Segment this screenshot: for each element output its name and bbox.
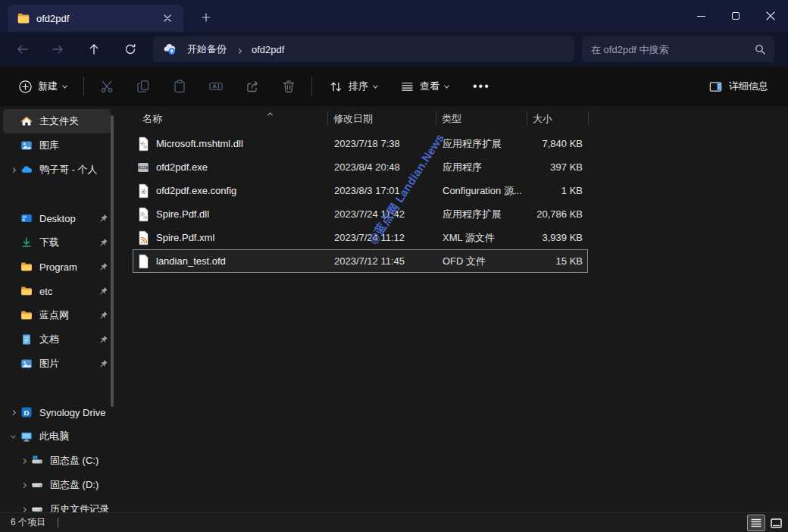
chevron-down-icon: [62, 83, 67, 88]
sort-button[interactable]: 排序: [323, 75, 383, 99]
more-options-button[interactable]: •••: [465, 80, 498, 93]
minimize-button[interactable]: [683, 0, 718, 32]
file-name: Spire.Pdf.dll: [156, 208, 209, 220]
sidebar-item-label: Synology Drive: [39, 407, 111, 418]
file-list-pane: 名称 修改日期 类型 大小 Microsoft.mshtml.dll2023/7…: [121, 106, 788, 512]
forward-button[interactable]: [45, 37, 70, 61]
sidebar-item[interactable]: 蓝点网: [3, 303, 111, 327]
sidebar-item[interactable]: 此电脑: [3, 424, 111, 449]
column-divider[interactable]: [436, 111, 436, 125]
search-input[interactable]: [591, 44, 755, 55]
share-button[interactable]: [245, 79, 260, 94]
window-body: 主文件夹图库鸭子哥 - 个人Desktop下载Programetc蓝点网文档图片…: [0, 106, 788, 512]
chevron-right-icon[interactable]: [17, 459, 30, 463]
copy-button[interactable]: [136, 79, 151, 94]
cut-button[interactable]: [99, 79, 114, 94]
chevron-right-icon[interactable]: [6, 168, 20, 172]
refresh-button[interactable]: [118, 37, 142, 61]
column-header-size[interactable]: 大小: [527, 112, 588, 126]
new-tab-button[interactable]: [195, 8, 217, 27]
sidebar-scrollbar[interactable]: [111, 115, 114, 407]
file-date: 2023/7/24 11:42: [328, 208, 436, 220]
paste-button[interactable]: [172, 79, 187, 94]
folder-icon: [20, 284, 33, 298]
sidebar-item[interactable]: 图片: [3, 352, 111, 376]
navigation-pane: 主文件夹图库鸭子哥 - 个人Desktop下载Programetc蓝点网文档图片…: [0, 106, 121, 512]
pin-icon: [98, 310, 109, 321]
sidebar-item[interactable]: 固态盘 (D:): [3, 473, 111, 497]
sidebar-item[interactable]: etc: [3, 279, 111, 303]
sidebar-item[interactable]: 主文件夹: [3, 109, 111, 133]
sidebar-item[interactable]: 固态盘 (C:): [3, 449, 111, 473]
chevron-right-icon[interactable]: [6, 411, 20, 415]
details-view-button[interactable]: [747, 515, 765, 531]
table-row[interactable]: Spire.Pdf.dll2023/7/24 11:42应用程序扩展20,786…: [133, 202, 588, 226]
pin-icon: [98, 286, 109, 296]
sidebar-item[interactable]: 图库: [3, 133, 111, 158]
breadcrumb-root[interactable]: 开始备份: [184, 42, 230, 56]
search-box[interactable]: [582, 36, 774, 62]
sidebar-item-label: 历史文件记录: [50, 502, 111, 512]
back-button[interactable]: [11, 37, 35, 61]
table-row[interactable]: landian_test.ofd2023/7/12 11:45OFD 文件15 …: [133, 249, 588, 273]
view-button[interactable]: 查看: [394, 75, 455, 99]
tab-title: ofd2pdf: [36, 13, 159, 24]
content-view-button[interactable]: [767, 515, 785, 531]
column-divider[interactable]: [327, 111, 328, 125]
table-row[interactable]: ofd2pdf.exe.config2023/8/3 17:01Configur…: [133, 179, 588, 202]
file-list: Microsoft.mshtml.dll2023/7/18 7:38应用程序扩展…: [133, 132, 588, 273]
close-button[interactable]: [753, 0, 788, 32]
sidebar-item[interactable]: Desktop: [3, 206, 111, 230]
explorer-window: ofd2pdf: [0, 0, 788, 532]
column-divider[interactable]: [588, 111, 589, 125]
folder-icon: [20, 260, 33, 274]
sidebar-item-label: 主文件夹: [39, 114, 111, 128]
chevron-right-icon[interactable]: [17, 483, 30, 487]
toolbar-divider: [83, 77, 84, 96]
breadcrumb-current[interactable]: ofd2pdf: [249, 44, 287, 55]
delete-button[interactable]: [281, 79, 296, 94]
file-dll-icon: [137, 136, 150, 152]
plus-circle-icon: [18, 80, 33, 94]
column-header-name[interactable]: 名称: [121, 112, 327, 126]
chevron-right-icon[interactable]: [17, 508, 30, 512]
file-name-cell: Spire.Pdf.dll: [133, 207, 328, 222]
sidebar-item[interactable]: 历史文件记录: [3, 497, 111, 512]
details-pane-button[interactable]: 详细信息: [702, 75, 774, 99]
details-pane-icon: [708, 80, 723, 94]
sidebar-item[interactable]: DSynology Drive: [3, 400, 111, 424]
chevron-down-icon: [444, 83, 449, 88]
column-header-type[interactable]: 类型: [436, 112, 527, 126]
file-config-icon: [137, 183, 150, 199]
explorer-tab[interactable]: ofd2pdf: [8, 5, 183, 32]
column-header-date[interactable]: 修改日期: [327, 112, 436, 126]
chevron-down-icon[interactable]: [6, 435, 20, 439]
pin-icon: [98, 261, 109, 272]
status-bar: 6 个项目: [0, 512, 788, 532]
onedrive-backup-icon: [162, 42, 177, 57]
column-divider[interactable]: [527, 111, 527, 125]
synology-icon: D: [20, 405, 33, 419]
sidebar-item-label: 下载: [39, 236, 98, 249]
folder-icon: [20, 308, 33, 322]
column-headers: 名称 修改日期 类型 大小: [121, 109, 588, 129]
up-button[interactable]: [82, 37, 106, 61]
table-row[interactable]: Microsoft.mshtml.dll2023/7/18 7:38应用程序扩展…: [133, 132, 588, 155]
sidebar-item-label: 蓝点网: [39, 308, 98, 322]
maximize-button[interactable]: [718, 0, 753, 32]
sort-ascending-icon: [268, 107, 272, 118]
file-type: 应用程序扩展: [436, 208, 527, 221]
sidebar-item[interactable]: Program: [3, 255, 111, 279]
sidebar-item[interactable]: 鸭子哥 - 个人: [3, 158, 111, 182]
status-divider: [58, 518, 58, 527]
table-row[interactable]: ofd2pdf.exe2023/8/4 20:48应用程序397 KB: [133, 155, 588, 179]
tab-close-icon[interactable]: [159, 10, 176, 27]
sidebar-item[interactable]: 下载: [3, 230, 111, 255]
sidebar-item[interactable]: 文档: [3, 327, 111, 352]
new-button[interactable]: 新建: [12, 75, 73, 99]
file-type: Configuration 源...: [436, 184, 527, 198]
pin-icon: [98, 334, 109, 345]
breadcrumb[interactable]: 开始备份 ofd2pdf: [153, 36, 574, 62]
table-row[interactable]: Spire.Pdf.xml2023/7/24 11:12XML 源文件3,939…: [133, 226, 588, 249]
rename-button[interactable]: [208, 79, 224, 94]
